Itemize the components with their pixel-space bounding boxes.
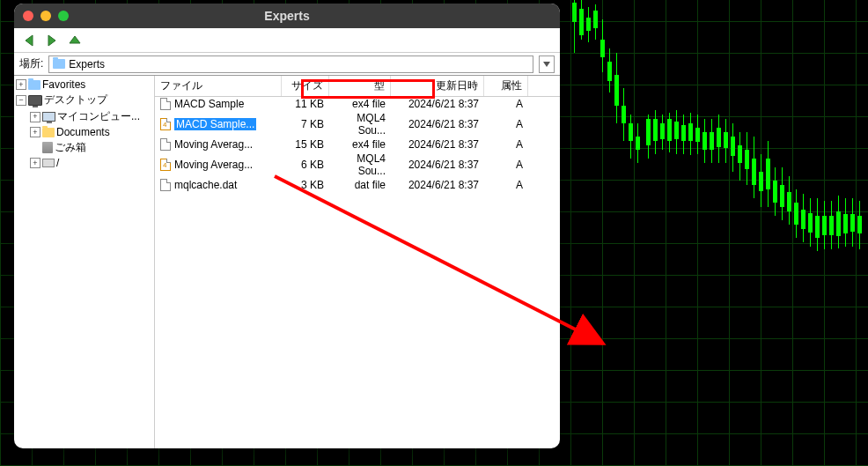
file-type: ex4 file xyxy=(329,137,391,152)
file-row[interactable]: mqlcache.dat3 KBdat file2024/6/21 8:37A xyxy=(155,178,560,192)
file-date: 2024/6/21 8:37 xyxy=(391,178,484,192)
file-type: ex4 file xyxy=(329,97,391,111)
tree-favorites[interactable]: + Favorites xyxy=(14,78,154,92)
folder-icon xyxy=(53,59,65,69)
tree-documents[interactable]: + Documents xyxy=(14,125,154,139)
file-name: Moving Averag... xyxy=(174,138,253,151)
file-size: 3 KB xyxy=(282,178,329,192)
location-input[interactable]: Experts xyxy=(48,55,533,73)
folder-icon xyxy=(42,128,55,137)
file-date: 2024/6/21 8:37 xyxy=(391,117,484,131)
location-dropdown[interactable] xyxy=(539,55,555,73)
drive-icon xyxy=(42,159,55,167)
collapse-icon[interactable]: − xyxy=(16,95,26,106)
expand-icon[interactable]: + xyxy=(30,112,40,122)
file-size: 7 KB xyxy=(282,117,329,131)
maximize-icon[interactable] xyxy=(58,11,69,21)
file-row[interactable]: MACD Sample...7 KBMQL4 Sou...2024/6/21 8… xyxy=(155,111,560,137)
file-type: dat file xyxy=(329,178,391,192)
file-name: MACD Sample... xyxy=(174,118,256,130)
col-attr[interactable]: 属性 xyxy=(484,76,528,96)
nav-toolbar xyxy=(14,28,560,53)
folder-icon xyxy=(28,80,40,90)
file-icon xyxy=(160,159,171,171)
file-icon xyxy=(160,118,171,130)
location-label: 場所: xyxy=(19,56,43,71)
file-type: MQL4 Sou... xyxy=(329,111,391,137)
tree-drive[interactable]: + / xyxy=(14,156,154,170)
window-title: Experts xyxy=(14,9,560,23)
file-dialog: Experts 場所: Experts + Favorites xyxy=(14,4,560,448)
file-row[interactable]: Moving Averag...6 KBMQL4 Sou...2024/6/21… xyxy=(155,152,560,178)
file-size: 11 KB xyxy=(282,97,329,111)
col-type[interactable]: 型 xyxy=(329,76,391,96)
computer-icon xyxy=(42,112,55,122)
titlebar[interactable]: Experts xyxy=(14,4,560,28)
location-bar: 場所: Experts xyxy=(14,53,560,76)
expand-icon[interactable]: + xyxy=(30,158,40,168)
col-size[interactable]: サイズ xyxy=(282,76,329,96)
file-date: 2024/6/21 8:37 xyxy=(391,137,484,152)
column-headers: ファイル サイズ 型 更新日時 属性 xyxy=(155,76,560,97)
file-attr: A xyxy=(484,137,528,152)
up-button[interactable] xyxy=(65,31,85,50)
file-name: Moving Averag... xyxy=(174,159,253,171)
file-attr: A xyxy=(484,97,528,111)
file-row[interactable]: Moving Averag...15 KBex4 file2024/6/21 8… xyxy=(155,137,560,152)
forward-button[interactable] xyxy=(42,31,62,50)
file-date: 2024/6/21 8:37 xyxy=(391,97,484,111)
col-filename[interactable]: ファイル xyxy=(155,76,282,96)
file-attr: A xyxy=(484,178,528,192)
expand-icon[interactable]: + xyxy=(30,127,40,137)
folder-tree[interactable]: + Favorites − デスクトップ + マイコンピュー... + Docu… xyxy=(14,76,155,448)
file-name: mqlcache.dat xyxy=(174,179,237,191)
close-icon[interactable] xyxy=(23,11,33,21)
expand-icon[interactable]: + xyxy=(16,79,26,90)
file-row[interactable]: MACD Sample11 KBex4 file2024/6/21 8:37A xyxy=(155,97,560,111)
desktop-icon xyxy=(28,95,42,106)
tree-desktop[interactable]: − デスクトップ xyxy=(14,92,154,108)
tree-trash[interactable]: ごみ箱 xyxy=(14,139,154,156)
trash-icon xyxy=(42,142,53,153)
file-attr: A xyxy=(484,117,528,131)
file-attr: A xyxy=(484,158,528,172)
back-button[interactable] xyxy=(19,31,39,50)
file-icon xyxy=(160,138,171,151)
traffic-lights xyxy=(23,11,69,21)
file-icon xyxy=(160,98,171,110)
file-type: MQL4 Sou... xyxy=(329,152,391,178)
file-icon xyxy=(160,179,171,191)
file-size: 6 KB xyxy=(282,158,329,172)
location-value: Experts xyxy=(69,58,105,70)
file-list: ファイル サイズ 型 更新日時 属性 MACD Sample11 KBex4 f… xyxy=(155,76,560,448)
file-size: 15 KB xyxy=(282,137,329,152)
minimize-icon[interactable] xyxy=(40,11,51,21)
file-date: 2024/6/21 8:37 xyxy=(391,158,484,172)
file-name: MACD Sample xyxy=(174,98,244,110)
tree-mycomputer[interactable]: + マイコンピュー... xyxy=(14,108,154,125)
col-modified[interactable]: 更新日時 xyxy=(391,76,484,96)
